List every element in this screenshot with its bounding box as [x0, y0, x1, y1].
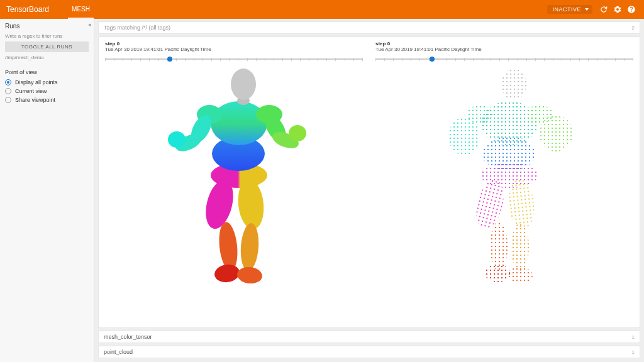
- tag-filter-bar[interactable]: Tags matching /*/ (all tags) 2: [98, 21, 640, 34]
- runs-filter-input[interactable]: Write a regex to filter runs: [5, 33, 89, 39]
- accordion-count: 1: [632, 349, 635, 355]
- pointcloud-viewport[interactable]: [375, 65, 633, 324]
- step-label: step 0: [105, 41, 363, 47]
- mesh-viewport[interactable]: [105, 65, 363, 324]
- tab-mesh[interactable]: MESH: [68, 0, 94, 19]
- pov-option-share-viewpoint[interactable]: Share viewpoint: [5, 97, 89, 103]
- slider-thumb[interactable]: [430, 57, 435, 62]
- pov-option-current-view[interactable]: Current view: [5, 88, 89, 94]
- step-label: step 0: [375, 41, 633, 47]
- viz-pane-pointcloud: step 0 Tue Apr 30 2019 19:41:01 Pacific …: [369, 37, 640, 327]
- accordion-count: 1: [632, 334, 635, 340]
- step-slider[interactable]: [375, 55, 633, 63]
- viz-area: step 0 Tue Apr 30 2019 19:41:01 Pacific …: [98, 36, 640, 328]
- toggle-all-runs-button[interactable]: TOGGLE ALL RUNS: [5, 41, 89, 52]
- timestamp: Tue Apr 30 2019 19:41:01 Pacific Dayligh…: [105, 47, 363, 52]
- accordion-point-cloud[interactable]: point_cloud 1: [98, 346, 640, 358]
- sidebar: ◂ Runs Write a regex to filter runs TOGG…: [0, 19, 94, 362]
- help-icon[interactable]: [625, 3, 638, 16]
- runs-title: Runs: [5, 23, 89, 30]
- accordion-mesh-color-tensor[interactable]: mesh_color_tensor 1: [98, 331, 640, 343]
- timestamp: Tue Apr 30 2019 19:41:01 Pacific Dayligh…: [375, 47, 633, 52]
- settings-icon[interactable]: [611, 3, 624, 16]
- reload-icon[interactable]: [597, 3, 610, 16]
- pov-title: Point of view: [5, 69, 89, 75]
- main-area: Tags matching /*/ (all tags) 2 step 0 Tu…: [94, 19, 644, 362]
- top-header: TensorBoard MESH INACTIVE: [0, 0, 644, 19]
- pointcloud-figure: [438, 69, 570, 320]
- slider-thumb[interactable]: [167, 57, 172, 62]
- mesh-figure: [168, 69, 300, 320]
- accordion-label: mesh_color_tensor: [104, 334, 152, 340]
- tag-filter-text: Tags matching /*/ (all tags): [104, 25, 170, 31]
- accordion-label: point_cloud: [104, 349, 133, 355]
- tag-filter-count: 2: [632, 25, 635, 31]
- sidebar-collapse-icon[interactable]: ◂: [88, 21, 91, 28]
- reload-status-chip[interactable]: INACTIVE: [547, 5, 592, 14]
- run-path: /tmp/mesh_demo: [5, 55, 89, 60]
- step-slider[interactable]: [105, 55, 363, 63]
- pov-option-display-all[interactable]: Display all points: [5, 79, 89, 85]
- viz-pane-mesh: step 0 Tue Apr 30 2019 19:41:01 Pacific …: [99, 37, 369, 327]
- app-title: TensorBoard: [6, 5, 49, 14]
